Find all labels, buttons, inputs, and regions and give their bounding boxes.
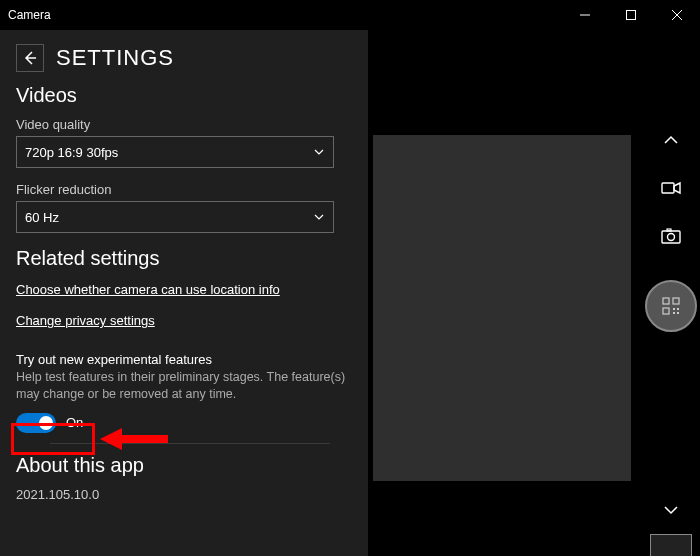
privacy-settings-link[interactable]: Change privacy settings bbox=[16, 313, 155, 328]
window-controls bbox=[562, 0, 700, 30]
back-button[interactable] bbox=[16, 44, 44, 72]
video-quality-label: Video quality bbox=[16, 117, 352, 132]
chevron-down-button[interactable] bbox=[647, 486, 695, 534]
toggle-knob bbox=[39, 416, 53, 430]
svg-rect-15 bbox=[673, 312, 675, 314]
videos-section-header: Videos bbox=[16, 84, 352, 107]
photo-mode-button[interactable] bbox=[647, 212, 695, 260]
right-toolbar bbox=[642, 60, 700, 556]
video-mode-button[interactable] bbox=[647, 164, 695, 212]
experimental-toggle[interactable] bbox=[16, 413, 56, 433]
chevron-up-icon bbox=[662, 131, 680, 149]
maximize-button[interactable] bbox=[608, 0, 654, 30]
svg-rect-16 bbox=[677, 312, 679, 314]
experimental-features-desc: Help test features in their preliminary … bbox=[16, 369, 352, 403]
svg-rect-14 bbox=[677, 308, 679, 310]
video-quality-select[interactable]: 720p 16:9 30fps bbox=[16, 136, 334, 168]
camera-viewfinder bbox=[373, 135, 631, 481]
chevron-down-icon bbox=[662, 501, 680, 519]
settings-header: SETTINGS bbox=[16, 38, 352, 78]
about-section-header: About this app bbox=[16, 454, 352, 477]
experimental-toggle-row: On bbox=[16, 413, 352, 433]
svg-rect-9 bbox=[667, 229, 671, 231]
video-quality-value: 720p 16:9 30fps bbox=[25, 145, 118, 160]
svg-rect-1 bbox=[627, 11, 636, 20]
flicker-reduction-value: 60 Hz bbox=[25, 210, 59, 225]
last-capture-thumbnail[interactable] bbox=[650, 534, 692, 556]
toggle-state-label: On bbox=[66, 415, 83, 430]
chevron-up-button[interactable] bbox=[647, 116, 695, 164]
back-arrow-icon bbox=[22, 50, 38, 66]
svg-rect-11 bbox=[673, 298, 679, 304]
svg-rect-6 bbox=[662, 183, 674, 193]
flicker-reduction-select[interactable]: 60 Hz bbox=[16, 201, 334, 233]
flicker-reduction-label: Flicker reduction bbox=[16, 182, 352, 197]
svg-rect-13 bbox=[673, 308, 675, 310]
titlebar: Camera bbox=[0, 0, 700, 30]
svg-rect-12 bbox=[663, 308, 669, 314]
window-title: Camera bbox=[8, 8, 51, 22]
svg-point-8 bbox=[668, 234, 675, 241]
capture-button[interactable] bbox=[645, 280, 697, 332]
app-version: 2021.105.10.0 bbox=[16, 487, 352, 502]
experimental-features-title: Try out new experimental features bbox=[16, 352, 352, 367]
camera-icon bbox=[660, 225, 682, 247]
chevron-down-icon bbox=[313, 211, 325, 223]
location-settings-link[interactable]: Choose whether camera can use location i… bbox=[16, 282, 280, 297]
camera-app-window: Camera SETTINGS Videos Video quality bbox=[0, 0, 700, 556]
close-button[interactable] bbox=[654, 0, 700, 30]
chevron-down-icon bbox=[313, 146, 325, 158]
settings-title: SETTINGS bbox=[56, 45, 174, 71]
divider bbox=[50, 443, 330, 444]
qr-icon bbox=[661, 296, 681, 316]
video-camera-icon bbox=[660, 177, 682, 199]
settings-panel: SETTINGS Videos Video quality 720p 16:9 … bbox=[0, 30, 368, 556]
svg-rect-10 bbox=[663, 298, 669, 304]
related-settings-header: Related settings bbox=[16, 247, 352, 270]
minimize-button[interactable] bbox=[562, 0, 608, 30]
content-area: SETTINGS Videos Video quality 720p 16:9 … bbox=[0, 30, 700, 556]
